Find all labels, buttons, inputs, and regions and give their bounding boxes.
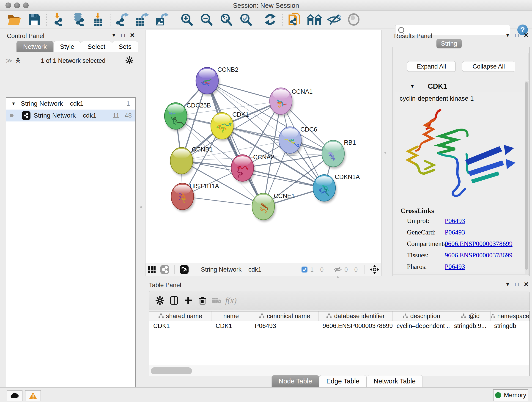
grid-view-icon[interactable] [146, 263, 158, 276]
node-CDC25B[interactable]: CDC25B [165, 102, 211, 131]
cloud-status-button[interactable] [7, 390, 22, 401]
table-cell[interactable]: stringdb [490, 321, 529, 331]
zoom-fit-icon[interactable] [218, 13, 234, 26]
tab-node-table[interactable]: Node Table [272, 375, 319, 387]
crosslink-value-link[interactable]: P06493 [445, 263, 465, 270]
memory-button[interactable]: Memory [493, 389, 528, 401]
title-bar: Session: New Session [0, 0, 532, 11]
panel-menu-icon[interactable]: ▼ [505, 32, 510, 38]
node-CDKN1A[interactable]: CDKN1A [313, 173, 360, 203]
expand-all-icon[interactable]: ≫ [14, 58, 22, 64]
open-session-icon[interactable] [6, 13, 22, 26]
tab-edge-table[interactable]: Edge Table [319, 375, 367, 387]
node-CCNA1[interactable]: CCNA1 [270, 88, 313, 116]
hidden-eye-icon[interactable] [333, 266, 342, 273]
export-image-icon[interactable] [154, 13, 170, 26]
scrollbar-thumb[interactable] [151, 367, 192, 374]
panel-menu-icon[interactable]: ▼ [505, 281, 510, 287]
column-header-namespace[interactable]: namespace [491, 312, 530, 321]
horizontal-splitter-handle[interactable] [337, 276, 339, 278]
zoom-in-icon[interactable] [178, 13, 195, 26]
crosslink-value-link[interactable]: 9606.ENSP00000378699 [445, 251, 513, 259]
collapse-all-icon[interactable]: ≫ [6, 57, 12, 64]
export-table-icon[interactable] [134, 13, 150, 26]
delete-table-icon[interactable] [210, 294, 224, 307]
collapse-section-icon[interactable]: ▼ [410, 83, 415, 89]
table-settings-gear-icon[interactable] [153, 294, 167, 307]
add-column-icon[interactable] [181, 294, 196, 307]
tree-expander-icon[interactable]: ▼ [11, 101, 16, 106]
table-cell[interactable]: CDK1 [149, 321, 211, 331]
node-CDK1[interactable]: CDK1 [211, 111, 249, 141]
share-view-icon[interactable] [158, 263, 171, 276]
node-RB1[interactable]: RB1 [322, 139, 356, 169]
tab-network-table[interactable]: Network Table [367, 375, 423, 387]
tab-style[interactable]: Style [53, 41, 81, 52]
column-header-description[interactable]: description [393, 312, 450, 321]
column-header-name[interactable]: name [211, 312, 251, 321]
show-all-icon[interactable] [346, 13, 362, 26]
table-cell[interactable]: stringdb:9... [450, 321, 490, 331]
annotations-icon[interactable] [287, 13, 303, 26]
save-session-icon[interactable] [26, 13, 42, 26]
crosslink-value-link[interactable]: P06493 [445, 217, 465, 225]
node-CCNE1[interactable]: CCNE1 [252, 192, 295, 222]
node-CCNB2[interactable]: CCNB2 [196, 66, 239, 96]
network-tree: ▼ String Network – cdk1 1 String Network… [6, 97, 136, 402]
function-builder-icon[interactable]: f(x) [224, 294, 238, 307]
node-label-CDKN1A: CDKN1A [335, 173, 360, 180]
zoom-out-icon[interactable] [198, 13, 214, 26]
panel-float-icon[interactable]: □ [515, 281, 519, 288]
panel-float-icon[interactable]: □ [515, 32, 519, 38]
panel-close-icon[interactable]: ✕ [524, 281, 529, 288]
crosslink-value-link[interactable]: P06493 [445, 229, 465, 236]
table-row[interactable]: CDK1CDK1P064939606.ENSP00000378699cyclin… [149, 321, 530, 331]
table-horizontal-scrollbar[interactable] [149, 366, 529, 376]
import-network-database-icon[interactable] [70, 13, 86, 26]
select-columns-icon[interactable] [167, 294, 181, 307]
table-cell[interactable]: CDK1 [211, 321, 251, 331]
hide-selected-icon[interactable] [326, 13, 342, 26]
column-header-shared-name[interactable]: shared name [149, 312, 211, 321]
column-header-label: @id [469, 313, 480, 320]
tab-sets[interactable]: Sets [112, 41, 138, 52]
tab-network[interactable]: Network [17, 41, 53, 52]
panel-close-icon[interactable]: ✕ [130, 32, 135, 39]
open-in-new-icon[interactable] [178, 263, 191, 276]
column-header-canonical-name[interactable]: canonical name [251, 312, 319, 321]
right-splitter-handle[interactable] [385, 152, 386, 153]
gear-icon[interactable] [126, 56, 133, 65]
import-table-file-icon[interactable] [90, 13, 106, 26]
network-row-selected[interactable]: String Network – cdk1 11 48 [6, 109, 135, 121]
birdseye-view-icon[interactable] [368, 263, 381, 276]
column-header--id[interactable]: @id [450, 312, 490, 321]
delete-column-trash-icon[interactable] [196, 294, 210, 307]
panel-close-icon[interactable]: ✕ [524, 32, 529, 39]
collapse-all-button[interactable]: Collapse All [462, 61, 515, 72]
zoom-selected-icon[interactable] [238, 13, 254, 26]
refresh-network-icon[interactable] [262, 13, 278, 26]
export-network-icon[interactable] [114, 13, 131, 26]
node-HIST1H1A[interactable]: HIST1H1A [171, 183, 219, 211]
table-cell[interactable]: P06493 [251, 321, 318, 331]
crosslink-value-link[interactable]: 9606.ENSP00000378699 [445, 240, 513, 248]
network-status-dot [10, 114, 13, 117]
left-splitter-handle[interactable] [140, 206, 142, 208]
first-neighbors-icon[interactable] [306, 13, 322, 26]
tab-string[interactable]: String [437, 39, 462, 48]
results-scrollbar[interactable] [525, 81, 528, 274]
warning-button[interactable] [25, 390, 41, 401]
column-header-database-identifier[interactable]: database identifier [319, 312, 393, 321]
panel-float-icon[interactable]: □ [121, 32, 125, 38]
import-network-file-icon[interactable] [51, 13, 67, 26]
table-cell[interactable]: cyclin–dependent ... [393, 321, 450, 331]
table-cell[interactable]: 9606.ENSP00000378699 [318, 321, 393, 331]
node-CCNB1[interactable]: CCNB1 [170, 146, 213, 176]
network-canvas[interactable]: CCNB2CCNA1CDC25BCDK1CDC6RB1CCNB1CCNA2CDK… [145, 30, 381, 264]
network-collection-row[interactable]: ▼ String Network – cdk1 1 [6, 98, 135, 109]
node-CDC6[interactable]: CDC6 [279, 126, 317, 155]
tab-select[interactable]: Select [81, 41, 112, 52]
expand-all-button[interactable]: Expand All [407, 61, 456, 72]
selected-checkbox-icon[interactable] [301, 266, 308, 273]
panel-menu-icon[interactable]: ▼ [111, 32, 116, 38]
